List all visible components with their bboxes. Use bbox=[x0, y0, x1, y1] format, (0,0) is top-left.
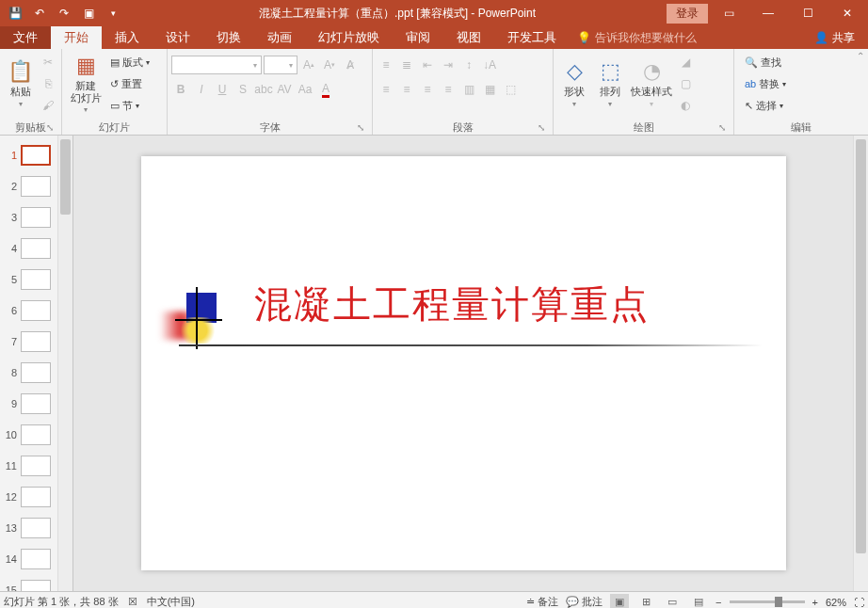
smartart-icon[interactable]: ⬚ bbox=[501, 80, 520, 99]
maximize-icon[interactable]: ☐ bbox=[789, 1, 827, 25]
start-from-beginning-icon[interactable]: ▣ bbox=[77, 2, 100, 24]
fit-to-window-icon[interactable]: ⛶ bbox=[854, 597, 864, 608]
increase-font-icon[interactable]: A▴ bbox=[299, 56, 318, 74]
ribbon-display-icon[interactable]: ▭ bbox=[710, 1, 747, 25]
zoom-handle[interactable] bbox=[775, 597, 782, 607]
copy-icon[interactable]: ⎘ bbox=[39, 74, 57, 93]
tab-animations[interactable]: 动画 bbox=[254, 26, 305, 49]
tab-home[interactable]: 开始 bbox=[51, 26, 102, 49]
find-button[interactable]: 🔍查找 bbox=[742, 53, 789, 72]
dialog-launcher-icon[interactable]: ⤡ bbox=[716, 122, 728, 134]
qat-customize-icon[interactable]: ▾ bbox=[102, 2, 124, 24]
thumbnail-slide[interactable]: 12 bbox=[0, 481, 57, 512]
change-case-icon[interactable]: Aa bbox=[296, 80, 314, 99]
select-button[interactable]: ↖选择▾ bbox=[742, 96, 789, 115]
font-name-combo[interactable]: ▾ bbox=[171, 56, 262, 74]
redo-icon[interactable]: ↷ bbox=[53, 2, 75, 24]
tell-me-search[interactable]: 💡 告诉我你想要做什么 bbox=[570, 26, 704, 49]
thumbnail-list[interactable]: 123456789101112131415 bbox=[0, 136, 57, 591]
tab-review[interactable]: 审阅 bbox=[393, 26, 443, 49]
thumbnail-slide[interactable]: 10 bbox=[0, 419, 57, 450]
dialog-launcher-icon[interactable]: ⤡ bbox=[355, 122, 366, 134]
increase-indent-icon[interactable]: ⇥ bbox=[439, 56, 458, 74]
decrease-font-icon[interactable]: A▾ bbox=[320, 56, 339, 74]
replace-button[interactable]: ab替换▾ bbox=[742, 74, 789, 93]
tab-developer[interactable]: 开发工具 bbox=[494, 26, 570, 49]
paste-button[interactable]: 📋 粘贴 ▾ bbox=[4, 51, 37, 117]
new-slide-button[interactable]: ▦ 新建 幻灯片 ▾ bbox=[66, 51, 105, 117]
shapes-button[interactable]: ◇形状▾ bbox=[557, 51, 591, 117]
tab-slideshow[interactable]: 幻灯片放映 bbox=[305, 26, 393, 49]
slideshow-view-icon[interactable]: ▤ bbox=[689, 594, 708, 609]
collapse-ribbon-icon[interactable]: ⌃ bbox=[857, 51, 864, 61]
shape-fill-icon[interactable]: ◢ bbox=[676, 53, 695, 72]
slide-sorter-icon[interactable]: ⊞ bbox=[636, 594, 655, 609]
zoom-out-icon[interactable]: − bbox=[715, 597, 721, 608]
arrange-button[interactable]: ⬚排列▾ bbox=[593, 51, 627, 117]
zoom-in-icon[interactable]: + bbox=[812, 597, 818, 608]
slide-counter[interactable]: 幻灯片 第 1 张，共 88 张 bbox=[4, 595, 119, 608]
reading-view-icon[interactable]: ▭ bbox=[663, 594, 682, 609]
clear-formatting-icon[interactable]: A̷ bbox=[341, 56, 360, 74]
thumbnail-slide[interactable]: 2 bbox=[0, 170, 57, 201]
minimize-icon[interactable]: — bbox=[749, 1, 787, 25]
justify-icon[interactable]: ≡ bbox=[439, 80, 458, 99]
shape-outline-icon[interactable]: ▢ bbox=[676, 74, 695, 93]
thumbnail-slide[interactable]: 15 bbox=[0, 574, 57, 591]
format-painter-icon[interactable]: 🖌 bbox=[39, 96, 57, 115]
shadow-icon[interactable]: abc bbox=[254, 80, 273, 99]
slide[interactable]: 混凝土工程量计算重点 bbox=[141, 156, 786, 570]
thumbnail-slide[interactable]: 11 bbox=[0, 450, 57, 481]
align-right-icon[interactable]: ≡ bbox=[418, 80, 437, 99]
save-icon[interactable]: 💾 bbox=[4, 2, 26, 24]
font-color-icon[interactable]: A bbox=[316, 80, 335, 99]
columns-icon[interactable]: ▥ bbox=[459, 80, 478, 99]
share-button[interactable]: 👤 共享 bbox=[801, 26, 868, 49]
strikethrough-icon[interactable]: S bbox=[233, 80, 252, 99]
zoom-level[interactable]: 62% bbox=[826, 597, 846, 608]
align-left-icon[interactable]: ≡ bbox=[377, 80, 395, 99]
bold-icon[interactable]: B bbox=[171, 80, 190, 99]
font-size-combo[interactable]: ▾ bbox=[264, 56, 297, 74]
shape-effects-icon[interactable]: ◐ bbox=[676, 96, 695, 115]
comments-button[interactable]: 💬 批注 bbox=[566, 595, 603, 608]
char-spacing-icon[interactable]: AV bbox=[275, 80, 294, 99]
tab-view[interactable]: 视图 bbox=[443, 26, 494, 49]
tab-insert[interactable]: 插入 bbox=[102, 26, 153, 49]
layout-button[interactable]: ▤版式▾ bbox=[107, 53, 153, 72]
section-button[interactable]: ▭节▾ bbox=[107, 96, 153, 115]
language-indicator[interactable]: 中文(中国) bbox=[147, 595, 195, 608]
zoom-slider[interactable] bbox=[730, 600, 805, 603]
scrollbar-thumb[interactable] bbox=[60, 139, 71, 215]
reset-button[interactable]: ↺重置 bbox=[107, 74, 153, 93]
thumbnail-slide[interactable]: 7 bbox=[0, 326, 57, 357]
align-text-icon[interactable]: ▦ bbox=[480, 80, 499, 99]
slide-canvas[interactable]: 混凝土工程量计算重点 bbox=[73, 136, 853, 591]
decrease-indent-icon[interactable]: ⇤ bbox=[418, 56, 437, 74]
thumbnail-slide[interactable]: 5 bbox=[0, 264, 57, 295]
dialog-launcher-icon[interactable]: ⤡ bbox=[44, 122, 56, 134]
thumbnail-scrollbar[interactable] bbox=[57, 136, 72, 591]
undo-icon[interactable]: ↶ bbox=[28, 2, 51, 24]
spell-check-icon[interactable]: ☒ bbox=[128, 596, 137, 608]
login-button[interactable]: 登录 bbox=[667, 4, 708, 24]
numbering-icon[interactable]: ≣ bbox=[397, 56, 416, 74]
tab-file[interactable]: 文件 bbox=[0, 26, 51, 49]
thumbnail-slide[interactable]: 13 bbox=[0, 512, 57, 543]
dialog-launcher-icon[interactable]: ⤡ bbox=[536, 122, 547, 134]
text-direction-icon[interactable]: ↓A bbox=[480, 56, 499, 74]
thumbnail-slide[interactable]: 14 bbox=[0, 543, 57, 574]
cut-icon[interactable]: ✂ bbox=[39, 53, 57, 72]
notes-button[interactable]: ≐ 备注 bbox=[526, 595, 558, 608]
close-icon[interactable]: ✕ bbox=[828, 1, 866, 25]
normal-view-icon[interactable]: ▣ bbox=[610, 594, 629, 609]
thumbnail-slide[interactable]: 1 bbox=[0, 139, 57, 170]
bullets-icon[interactable]: ≡ bbox=[377, 56, 395, 74]
scrollbar-thumb[interactable] bbox=[856, 139, 866, 553]
tab-design[interactable]: 设计 bbox=[153, 26, 203, 49]
thumbnail-slide[interactable]: 4 bbox=[0, 232, 57, 264]
thumbnail-slide[interactable]: 3 bbox=[0, 201, 57, 232]
thumbnail-slide[interactable]: 6 bbox=[0, 295, 57, 326]
underline-icon[interactable]: U bbox=[213, 80, 232, 99]
line-spacing-icon[interactable]: ↕ bbox=[459, 56, 478, 74]
